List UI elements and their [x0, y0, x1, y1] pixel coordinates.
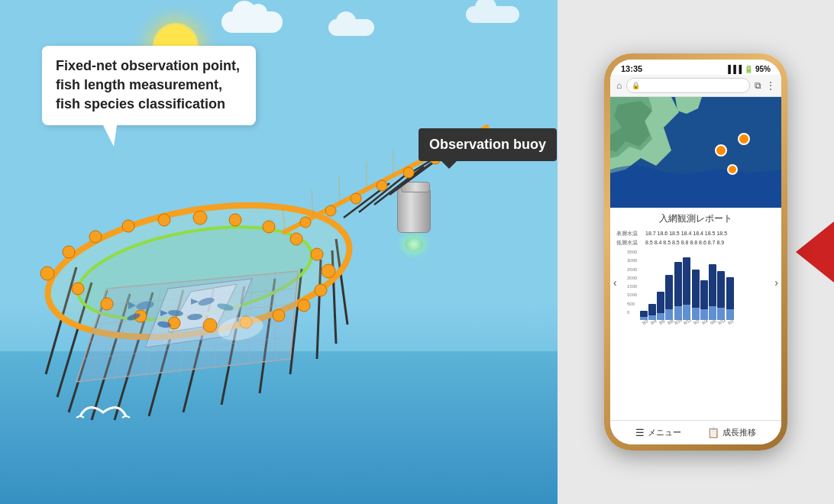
chart-prev-button[interactable]: ‹	[613, 276, 617, 289]
home-icon[interactable]: ⌂	[616, 80, 622, 91]
svg-point-41	[263, 221, 275, 233]
signal-icon: ▐▐▐	[726, 65, 742, 73]
growth-icon: 📋	[707, 427, 719, 438]
left-panel: Fixed-net observation point, fish length…	[0, 0, 558, 504]
bar-dark-8	[700, 280, 708, 309]
y-label-0: 0	[627, 310, 637, 315]
bar-group-5: 8/10	[674, 262, 682, 326]
bar-dark-4	[665, 275, 673, 309]
cloud-2	[328, 19, 374, 36]
svg-point-81	[728, 165, 737, 174]
bar-group-8: 9/4	[700, 280, 708, 326]
bar-chart: ‹ › 3500 3000 2500 2000 1500 1000 500 0	[616, 250, 775, 326]
surface-temp-values: 18.7 18.6 18.5 18.4 18.4 18.5 18.5	[645, 231, 727, 236]
buoy-callout-box: Observation buoy	[419, 128, 557, 161]
y-label-1500: 1500	[627, 284, 637, 289]
bar-dark-6	[683, 257, 690, 305]
seagull-icon	[73, 393, 134, 431]
map-svg	[610, 97, 781, 208]
bar-group-3: 8/6	[657, 292, 664, 326]
growth-nav-item[interactable]: 📋 成長推移	[707, 427, 756, 438]
bottom-temp-label: 低層水温	[616, 239, 644, 247]
chart-next-button[interactable]: ›	[774, 276, 778, 289]
svg-point-36	[89, 231, 102, 243]
svg-point-47	[273, 309, 285, 321]
status-icons: ▐▐▐ 🔋 95%	[726, 65, 771, 73]
buoy-callout-text: Observation buoy	[429, 137, 546, 152]
tabs-icon[interactable]: ⧉	[755, 80, 761, 91]
svg-point-38	[158, 214, 170, 226]
svg-point-79	[716, 145, 726, 156]
surface-temp-row: 表層水温 18.7 18.6 18.5 18.4 18.4 18.5 18.5	[616, 230, 775, 237]
svg-point-44	[322, 264, 335, 278]
svg-point-49	[203, 318, 217, 332]
bar-dark-10	[717, 271, 725, 308]
menu-icon: ☰	[635, 427, 645, 438]
y-label-2000: 2000	[627, 276, 637, 280]
svg-point-39	[193, 211, 207, 225]
report-section: 入網観測レポート 表層水温 18.7 18.6 18.5 18.4 18.4 1…	[610, 208, 781, 420]
bottom-nav: ☰ メニュー 📋 成長推移	[610, 420, 781, 444]
lock-icon: 🔒	[632, 82, 640, 89]
y-label-2500: 2500	[627, 267, 637, 272]
svg-point-59	[403, 167, 414, 178]
bar-group-2: 8/4	[648, 304, 656, 326]
bars-area: 8/2 8/4 8/6	[640, 261, 764, 326]
menu-label: メニュー	[648, 427, 681, 438]
bar-group-11: 9/2	[726, 277, 734, 326]
red-arrow	[796, 221, 834, 283]
bar-group-9: 9/6	[709, 264, 716, 326]
bar-dark-11	[726, 277, 734, 309]
y-label-3500: 3500	[627, 250, 637, 254]
bar-light-7	[692, 308, 700, 320]
bar-dark-9	[709, 264, 716, 306]
bar-dark-2	[648, 304, 656, 315]
phone-mockup: 13:35 ▐▐▐ 🔋 95% ⌂ 🔒 ⧉ ⋮	[604, 53, 787, 451]
bottom-temp-values: 8.5 8.4 8.5 8.5 8.8 8.8 8.6 8.7 8.9	[645, 240, 724, 245]
status-bar: 13:35 ▐▐▐ 🔋 95%	[610, 60, 781, 75]
svg-point-57	[351, 193, 361, 204]
svg-point-56	[325, 205, 336, 216]
bar-light-8	[700, 309, 708, 320]
more-icon[interactable]: ⋮	[766, 80, 775, 91]
bar-group-4: 8/8	[665, 275, 673, 326]
browser-chrome: ⌂ 🔒 ⧉ ⋮	[610, 75, 781, 97]
cloud-1	[221, 11, 283, 33]
surface-temp-label: 表層水温	[616, 230, 644, 237]
svg-point-50	[168, 317, 180, 329]
chart-inner: 3500 3000 2500 2000 1500 1000 500 0	[627, 250, 764, 326]
battery-percent: 95%	[755, 65, 771, 73]
svg-point-80	[739, 134, 749, 144]
bar-light-9	[709, 306, 716, 320]
bottom-temp-row: 低層水温 8.5 8.4 8.5 8.5 8.8 8.8 8.6 8.7 8.9	[616, 239, 775, 247]
svg-point-40	[229, 214, 241, 226]
svg-point-34	[40, 267, 54, 280]
report-title: 入網観測レポート	[616, 212, 775, 225]
y-axis: 3500 3000 2500 2000 1500 1000 500 0	[627, 250, 637, 315]
cloud-3	[466, 6, 519, 23]
svg-point-35	[63, 246, 75, 258]
right-panel: 13:35 ▐▐▐ 🔋 95% ⌂ 🔒 ⧉ ⋮	[558, 0, 834, 504]
svg-point-43	[311, 248, 323, 260]
bar-group-7: 9/2	[692, 270, 700, 326]
svg-point-55	[300, 217, 311, 228]
url-bar[interactable]: 🔒	[626, 78, 750, 93]
svg-line-64	[339, 176, 340, 204]
bar-group-6: 8/12	[683, 257, 691, 326]
time-display: 13:35	[621, 64, 642, 73]
bar-group-10: 9/12	[717, 271, 726, 326]
bar-group-1: 8/2	[640, 311, 648, 326]
growth-label: 成長推移	[722, 427, 756, 438]
battery-icon: 🔋	[744, 65, 753, 73]
map-section	[610, 97, 781, 208]
y-label-500: 500	[627, 302, 637, 306]
y-label-1000: 1000	[627, 292, 637, 297]
svg-point-37	[122, 220, 134, 232]
bar-dark-3	[657, 292, 664, 313]
svg-point-42	[290, 233, 302, 245]
svg-point-52	[101, 298, 113, 310]
bar-dark-5	[674, 262, 682, 306]
bar-dark-1	[640, 311, 648, 317]
menu-nav-item[interactable]: ☰ メニュー	[635, 427, 681, 438]
svg-point-46	[298, 299, 310, 312]
